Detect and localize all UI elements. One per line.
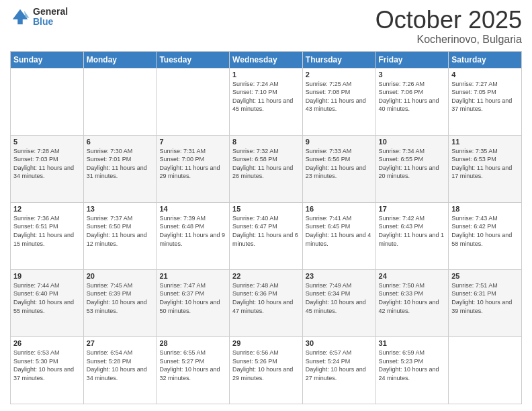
day-info: Sunrise: 6:53 AMSunset: 5:30 PMDaylight:… (13, 349, 81, 382)
day-cell: 7Sunrise: 7:31 AMSunset: 7:00 PMDaylight… (157, 135, 230, 202)
day-info: Sunrise: 7:49 AMSunset: 6:34 PMDaylight:… (306, 281, 373, 315)
week-row-2: 5Sunrise: 7:28 AMSunset: 7:03 PMDaylight… (11, 135, 522, 202)
day-number: 29 (232, 339, 300, 347)
day-number: 7 (159, 138, 226, 146)
day-cell: 11Sunrise: 7:35 AMSunset: 6:53 PMDayligh… (449, 135, 522, 202)
day-header-sunday: Sunday (11, 51, 84, 68)
day-header-monday: Monday (83, 51, 157, 68)
day-info: Sunrise: 7:30 AMSunset: 7:01 PMDaylight:… (87, 147, 154, 181)
day-cell (157, 68, 230, 135)
day-number: 6 (87, 138, 154, 146)
day-number: 21 (159, 272, 226, 280)
day-info: Sunrise: 7:36 AMSunset: 6:51 PMDaylight:… (13, 214, 81, 248)
day-number: 25 (451, 272, 519, 280)
day-number: 3 (379, 71, 446, 79)
day-info: Sunrise: 7:43 AMSunset: 6:42 PMDaylight:… (451, 214, 519, 248)
day-cell (449, 336, 522, 404)
week-row-3: 12Sunrise: 7:36 AMSunset: 6:51 PMDayligh… (11, 202, 522, 269)
day-info: Sunrise: 7:51 AMSunset: 6:31 PMDaylight:… (451, 281, 519, 315)
day-cell: 2Sunrise: 7:25 AMSunset: 7:08 PMDaylight… (302, 68, 375, 135)
day-info: Sunrise: 7:24 AMSunset: 7:10 PMDaylight:… (232, 80, 300, 113)
day-info: Sunrise: 7:31 AMSunset: 7:00 PMDaylight:… (159, 147, 226, 181)
day-cell: 3Sunrise: 7:26 AMSunset: 7:06 PMDaylight… (375, 68, 449, 135)
day-info: Sunrise: 7:35 AMSunset: 6:53 PMDaylight:… (451, 147, 519, 181)
day-info: Sunrise: 6:54 AMSunset: 5:28 PMDaylight:… (87, 349, 154, 382)
day-info: Sunrise: 7:34 AMSunset: 6:55 PMDaylight:… (379, 147, 446, 181)
day-cell: 28Sunrise: 6:55 AMSunset: 5:27 PMDayligh… (157, 336, 230, 404)
day-number: 9 (306, 138, 373, 146)
logo: General Blue (10, 7, 68, 28)
day-cell: 26Sunrise: 6:53 AMSunset: 5:30 PMDayligh… (11, 336, 84, 404)
day-info: Sunrise: 7:26 AMSunset: 7:06 PMDaylight:… (379, 80, 446, 113)
logo-general-label: General (33, 7, 68, 17)
day-cell: 23Sunrise: 7:49 AMSunset: 6:34 PMDayligh… (302, 269, 375, 336)
day-cell: 13Sunrise: 7:37 AMSunset: 6:50 PMDayligh… (83, 202, 157, 269)
day-number: 31 (379, 339, 446, 347)
day-cell: 4Sunrise: 7:27 AMSunset: 7:05 PMDaylight… (449, 68, 522, 135)
day-info: Sunrise: 6:57 AMSunset: 5:24 PMDaylight:… (306, 349, 373, 382)
location-title: Kocherinovo, Bulgaria (375, 34, 522, 46)
day-cell: 18Sunrise: 7:43 AMSunset: 6:42 PMDayligh… (449, 202, 522, 269)
day-number: 10 (379, 138, 446, 146)
day-number: 16 (306, 205, 373, 213)
day-cell: 20Sunrise: 7:45 AMSunset: 6:39 PMDayligh… (83, 269, 157, 336)
day-info: Sunrise: 7:44 AMSunset: 6:40 PMDaylight:… (13, 281, 81, 315)
day-cell: 15Sunrise: 7:40 AMSunset: 6:47 PMDayligh… (230, 202, 303, 269)
day-cell: 5Sunrise: 7:28 AMSunset: 7:03 PMDaylight… (11, 135, 84, 202)
day-cell (83, 68, 157, 135)
day-info: Sunrise: 6:55 AMSunset: 5:27 PMDaylight:… (159, 349, 226, 382)
day-cell: 16Sunrise: 7:41 AMSunset: 6:45 PMDayligh… (302, 202, 375, 269)
day-header-saturday: Saturday (449, 51, 522, 68)
day-number: 23 (306, 272, 373, 280)
day-header-wednesday: Wednesday (230, 51, 303, 68)
day-cell: 9Sunrise: 7:33 AMSunset: 6:56 PMDaylight… (302, 135, 375, 202)
day-info: Sunrise: 7:39 AMSunset: 6:48 PMDaylight:… (159, 214, 226, 248)
day-info: Sunrise: 7:45 AMSunset: 6:39 PMDaylight:… (87, 281, 154, 315)
day-info: Sunrise: 7:27 AMSunset: 7:05 PMDaylight:… (451, 80, 519, 113)
day-number: 24 (379, 272, 446, 280)
month-title: October 2025 (375, 7, 522, 34)
day-info: Sunrise: 7:33 AMSunset: 6:56 PMDaylight:… (306, 147, 373, 181)
day-info: Sunrise: 7:50 AMSunset: 6:33 PMDaylight:… (379, 281, 446, 315)
day-number: 20 (87, 272, 154, 280)
day-cell: 29Sunrise: 6:56 AMSunset: 5:26 PMDayligh… (230, 336, 303, 404)
day-cell: 10Sunrise: 7:34 AMSunset: 6:55 PMDayligh… (375, 135, 449, 202)
day-number: 11 (451, 138, 519, 146)
day-cell: 8Sunrise: 7:32 AMSunset: 6:58 PMDaylight… (230, 135, 303, 202)
day-header-tuesday: Tuesday (157, 51, 230, 68)
day-number: 1 (232, 71, 300, 79)
day-info: Sunrise: 7:37 AMSunset: 6:50 PMDaylight:… (87, 214, 154, 248)
page: General Blue October 2025 Kocherinovo, B… (0, 0, 532, 411)
day-cell: 27Sunrise: 6:54 AMSunset: 5:28 PMDayligh… (83, 336, 157, 404)
day-number: 27 (87, 339, 154, 347)
day-info: Sunrise: 7:28 AMSunset: 7:03 PMDaylight:… (13, 147, 81, 181)
logo-icon (10, 7, 30, 27)
week-row-5: 26Sunrise: 6:53 AMSunset: 5:30 PMDayligh… (11, 336, 522, 404)
day-number: 17 (379, 205, 446, 213)
day-cell: 30Sunrise: 6:57 AMSunset: 5:24 PMDayligh… (302, 336, 375, 404)
day-cell: 24Sunrise: 7:50 AMSunset: 6:33 PMDayligh… (375, 269, 449, 336)
day-cell: 1Sunrise: 7:24 AMSunset: 7:10 PMDaylight… (230, 68, 303, 135)
day-info: Sunrise: 7:47 AMSunset: 6:37 PMDaylight:… (159, 281, 226, 315)
day-info: Sunrise: 7:48 AMSunset: 6:36 PMDaylight:… (232, 281, 300, 315)
day-number: 13 (87, 205, 154, 213)
day-info: Sunrise: 7:41 AMSunset: 6:45 PMDaylight:… (306, 214, 373, 248)
day-number: 19 (13, 272, 81, 280)
day-cell: 25Sunrise: 7:51 AMSunset: 6:31 PMDayligh… (449, 269, 522, 336)
day-number: 2 (306, 71, 373, 79)
header: General Blue October 2025 Kocherinovo, B… (10, 7, 522, 46)
day-cell: 12Sunrise: 7:36 AMSunset: 6:51 PMDayligh… (11, 202, 84, 269)
day-cell: 19Sunrise: 7:44 AMSunset: 6:40 PMDayligh… (11, 269, 84, 336)
day-number: 12 (13, 205, 81, 213)
day-number: 26 (13, 339, 81, 347)
day-info: Sunrise: 7:42 AMSunset: 6:43 PMDaylight:… (379, 214, 446, 248)
day-info: Sunrise: 7:25 AMSunset: 7:08 PMDaylight:… (306, 80, 373, 113)
day-header-thursday: Thursday (302, 51, 375, 68)
header-row: SundayMondayTuesdayWednesdayThursdayFrid… (11, 51, 522, 68)
day-info: Sunrise: 6:59 AMSunset: 5:23 PMDaylight:… (379, 349, 446, 382)
week-row-4: 19Sunrise: 7:44 AMSunset: 6:40 PMDayligh… (11, 269, 522, 336)
title-section: October 2025 Kocherinovo, Bulgaria (375, 7, 522, 46)
day-number: 5 (13, 138, 81, 146)
day-number: 30 (306, 339, 373, 347)
day-cell: 22Sunrise: 7:48 AMSunset: 6:36 PMDayligh… (230, 269, 303, 336)
